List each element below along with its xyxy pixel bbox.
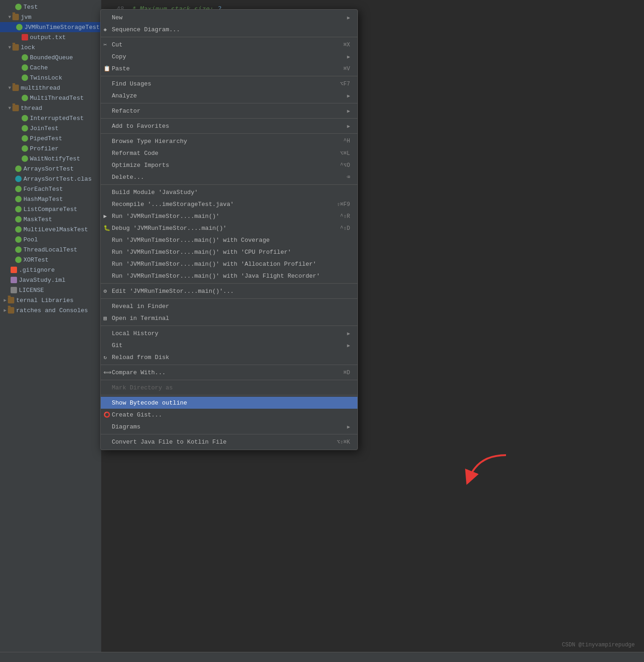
menu-item-diagrams[interactable]: Diagrams▶ [101, 421, 357, 433]
folder-icon [12, 44, 19, 51]
tree-label: MaskTest [23, 216, 52, 223]
submenu-arrow-icon: ▶ [347, 108, 350, 114]
menu-item-create-gist[interactable]: ⭕Create Gist... [101, 409, 357, 421]
menu-item-icon: ◈ [104, 26, 107, 33]
tree-item-xortest[interactable]: XORTest [0, 255, 101, 265]
java-icon [15, 257, 22, 263]
tree-item-cache[interactable]: Cache [0, 63, 101, 73]
menu-item-local-history[interactable]: Local History▶ [101, 327, 357, 339]
menu-item-debug-main[interactable]: 🐛Debug 'JVMRunTimeStor....main()'^⇧D [101, 222, 357, 234]
tree-item-multithreadtest[interactable]: MultiThreadTest [0, 93, 101, 103]
tree-item-javastudy-iml[interactable]: JavaStudy.iml [0, 275, 101, 285]
menu-item-build-module[interactable]: Build Module 'JavaStudy' [101, 186, 357, 198]
shortcut-label: ^⌥O [340, 162, 350, 169]
tree-item-gitignore[interactable]: .gitignore [0, 265, 101, 275]
tree-item-twinslock[interactable]: TwinsLock [0, 73, 101, 83]
menu-item-open-in-terminal[interactable]: ▤Open in Terminal [101, 312, 357, 324]
menu-item-reveal-in-finder[interactable]: Reveal in Finder [101, 300, 357, 312]
menu-item-new[interactable]: New▶ [101, 11, 357, 23]
tree-item-boundedqueue[interactable]: BoundedQueue [0, 52, 101, 63]
menu-item-cut[interactable]: ✂Cut⌘X [101, 39, 357, 51]
menu-item-label: Git [112, 342, 122, 349]
menu-item-label: Reveal in Finder [112, 303, 169, 310]
menu-item-find-usages[interactable]: Find Usages⌥F7 [101, 78, 357, 90]
tree-label: XORTest [23, 257, 49, 263]
menu-item-label: Show Bytecode outline [112, 399, 187, 406]
tree-item-jvm[interactable]: ▼ jvm [0, 12, 101, 22]
menu-item-run-cpu[interactable]: Run 'JVMRunTimeStor....main()' with 'CPU… [101, 246, 357, 258]
menu-separator [101, 103, 357, 103]
menu-item-git[interactable]: Git▶ [101, 339, 357, 351]
menu-item-copy[interactable]: Copy▶ [101, 51, 357, 63]
tree-item-multilevelmasktest[interactable]: MultiLevelMaskTest [0, 224, 101, 234]
tree-item-lock[interactable]: ▼ lock [0, 42, 101, 52]
menu-item-run-jfr[interactable]: Run 'JVMRunTimeStor....main()' with 'Jav… [101, 270, 357, 282]
menu-item-show-bytecode[interactable]: Show Bytecode outline [101, 397, 357, 409]
menu-item-paste[interactable]: 📋Paste⌘V [101, 63, 357, 74]
tree-label: ArraysSortTest [23, 166, 74, 172]
menu-item-reformat-code[interactable]: Reformat Code⌥⌘L [101, 147, 357, 159]
tree-label: MultiLevelMaskTest [23, 226, 88, 233]
tree-label: ForEachTest [23, 186, 63, 193]
menu-item-label: Diagrams [112, 423, 140, 430]
menu-item-refactor[interactable]: Refactor▶ [101, 105, 357, 117]
tree-item-multithread[interactable]: ▼ multithread [0, 83, 101, 93]
tree-item-jvmruntime[interactable]: JVMRunTimeStorageTest [0, 22, 101, 32]
menu-item-recompile[interactable]: Recompile '...imeStorageTest.java'⇧⌘F9 [101, 198, 357, 210]
menu-separator [101, 184, 357, 185]
tree-label: TwinsLock [30, 74, 62, 81]
menu-separator [101, 133, 357, 134]
java-icon [15, 236, 22, 243]
tree-item-masktest[interactable]: MaskTest [0, 214, 101, 224]
tree-item-output[interactable]: output.txt [0, 32, 101, 42]
menu-item-optimize-imports[interactable]: Optimize Imports^⌥O [101, 159, 357, 171]
tree-item-jointest[interactable]: JoinTest [0, 123, 101, 133]
tree-arrow: ▶ [4, 297, 6, 303]
tree-item-external-libs[interactable]: ▶ ternal Libraries [0, 295, 101, 305]
menu-item-run-alloc[interactable]: Run 'JVMRunTimeStor....main()' with 'All… [101, 258, 357, 270]
menu-item-browse-type-hierarchy[interactable]: Browse Type Hierarchy^H [101, 135, 357, 147]
menu-item-label: Run 'JVMRunTimeStor....main()' [112, 213, 219, 220]
java-icon [22, 64, 28, 71]
menu-item-reload-from-disk[interactable]: ↻Reload from Disk [101, 351, 357, 363]
tree-item-threadlocaltest[interactable]: ThreadLocalTest [0, 245, 101, 255]
tree-item-scratches[interactable]: ▶ ratches and Consoles [0, 305, 101, 315]
menu-item-delete[interactable]: Delete...⌫ [101, 171, 357, 183]
tree-item-waitnotifytest[interactable]: WaitNotifyTest [0, 154, 101, 164]
tree-item-arrayssorttest-cls[interactable]: ArraysSortTest.clas [0, 174, 101, 184]
tree-label: MultiThreadTest [30, 95, 84, 102]
tree-item-license[interactable]: LICENSE [0, 285, 101, 295]
menu-item-run-main[interactable]: ▶Run 'JVMRunTimeStor....main()'^⇧R [101, 210, 357, 222]
submenu-arrow-icon: ▶ [347, 424, 350, 430]
tree-item-foreachtest[interactable]: ForEachTest [0, 184, 101, 194]
menu-item-label: Run 'JVMRunTimeStor....main()' with 'CPU… [112, 249, 291, 256]
menu-item-edit-main[interactable]: ⚙Edit 'JVMRunTimeStor....main()'... [101, 285, 357, 297]
tree-item-pool[interactable]: Pool [0, 234, 101, 245]
java-icon [22, 145, 28, 152]
menu-item-add-to-favorites[interactable]: Add to Favorites▶ [101, 120, 357, 132]
tree-arrow: ▼ [8, 45, 11, 50]
menu-item-sequence-diagram[interactable]: ◈Sequence Diagram... [101, 23, 357, 35]
menu-separator [101, 325, 357, 326]
tree-item-interruptedtest[interactable]: InterruptedTest [0, 113, 101, 123]
menu-item-compare-with[interactable]: ⟺Compare With...⌘D [101, 366, 357, 378]
menu-item-label: Build Module 'JavaStudy' [112, 189, 198, 196]
menu-item-run-coverage[interactable]: Run 'JVMRunTimeStor....main()' with Cove… [101, 234, 357, 246]
tree-item-arrayssorttest[interactable]: ArraysSortTest [0, 164, 101, 174]
tree-item-hashmaptest[interactable]: HashMapTest [0, 194, 101, 204]
tree-item-profiler[interactable]: Profiler [0, 143, 101, 154]
menu-item-label: New [112, 14, 122, 21]
iml-icon [11, 277, 17, 283]
java-icon [22, 74, 28, 81]
tree-item-pipedtest[interactable]: PipedTest [0, 133, 101, 143]
tree-item-thread[interactable]: ▼ thread [0, 103, 101, 113]
menu-item-analyze[interactable]: Analyze▶ [101, 90, 357, 102]
tree-item-test[interactable]: Test [0, 2, 101, 12]
tree-item-listcomparetest[interactable]: ListCompareTest [0, 204, 101, 214]
menu-item-label: Debug 'JVMRunTimeStor....main()' [112, 225, 227, 232]
tree-label: ArraysSortTest.clas [23, 176, 92, 183]
menu-separator [101, 76, 357, 76]
submenu-arrow-icon: ▶ [347, 54, 350, 60]
class-icon [15, 176, 22, 182]
menu-item-convert-kotlin[interactable]: Convert Java File to Kotlin File⌥⇧⌘K [101, 436, 357, 448]
